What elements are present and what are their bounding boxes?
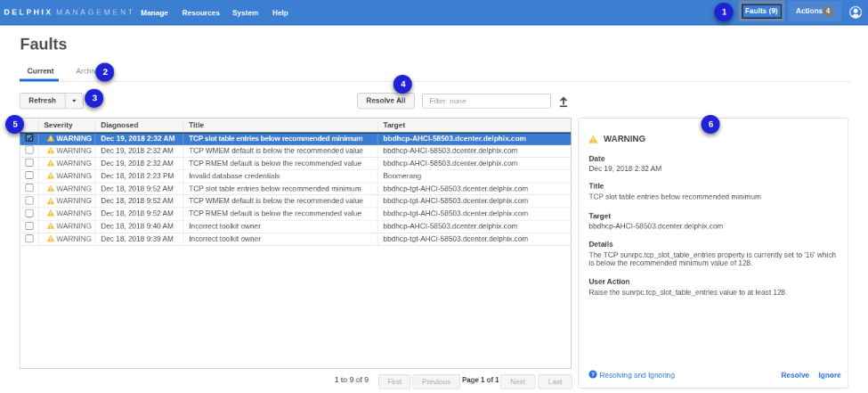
svg-text:?: ? [591, 371, 595, 377]
